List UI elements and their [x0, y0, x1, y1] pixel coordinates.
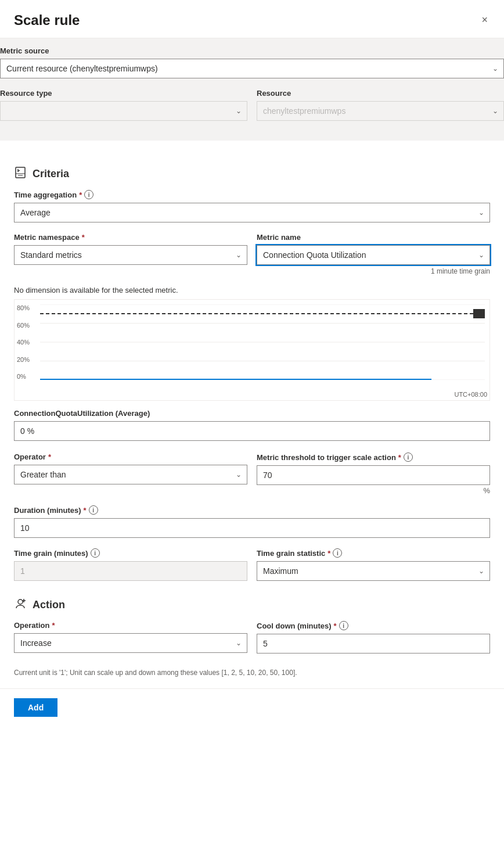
resource-select: chenyltestpremiumwps: [257, 101, 504, 121]
metric-threshold-info-icon[interactable]: i: [404, 453, 413, 462]
criteria-icon: [14, 166, 27, 182]
panel-title: Scale rule: [14, 12, 80, 28]
resource-type-field: Resource type ⌄: [0, 89, 247, 121]
svg-rect-10: [473, 309, 485, 318]
time-grain-minutes-section: Time grain (minutes) i: [14, 548, 247, 581]
panel-body: Criteria Time aggregation * i Average ⌄ …: [0, 151, 504, 688]
metric-source-select[interactable]: Current resource (chenyltestpremiumwps): [0, 59, 504, 78]
resource-row: Resource type ⌄ Resource chenyltestpremi…: [0, 89, 504, 131]
operator-required: *: [48, 453, 51, 461]
time-grain-statistic-section: Time grain statistic * i Maximum ⌄: [257, 548, 490, 581]
chart-y-80: 80%: [17, 304, 38, 311]
operation-select[interactable]: Increase: [14, 633, 247, 653]
operation-select-wrapper: Increase ⌄: [14, 633, 247, 653]
metric-namespace-select-wrapper: Standard metrics ⌄: [14, 245, 247, 265]
time-grain-text: 1 minute time grain: [257, 267, 490, 275]
time-grain-statistic-info-icon[interactable]: i: [333, 548, 342, 558]
metric-namespace-section: Metric namespace * Standard metrics ⌄: [14, 233, 247, 275]
duration-label: Duration (minutes) * i: [14, 505, 490, 515]
criteria-heading: Criteria: [14, 166, 490, 182]
operator-threshold-row: Operator * Greater than ⌄ Metric thresho…: [14, 453, 490, 505]
metric-source-section: Metric source Current resource (chenylte…: [0, 38, 504, 141]
operation-label: Operation *: [14, 621, 247, 630]
operator-select[interactable]: Greater than: [14, 465, 247, 484]
time-aggregation-select-wrapper: Average ⌄: [14, 203, 490, 222]
time-grain-statistic-required: *: [327, 549, 330, 558]
action-heading: Action: [14, 597, 490, 613]
cool-down-label: Cool down (minutes) * i: [257, 621, 490, 630]
duration-required: *: [84, 506, 87, 515]
operation-required: *: [52, 621, 55, 630]
metric-value-display: 0 %: [14, 421, 490, 441]
metric-threshold-required: *: [398, 453, 401, 462]
metric-threshold-section: Metric threshold to trigger scale action…: [257, 453, 490, 495]
metric-name-label: Metric name: [257, 233, 490, 242]
metric-threshold-label: Metric threshold to trigger scale action…: [257, 453, 490, 462]
metric-value-label: ConnectionQuotaUtilization (Average): [14, 409, 490, 418]
duration-input[interactable]: [14, 518, 490, 538]
chart-y-0: 0%: [17, 373, 38, 380]
action-title: Action: [33, 599, 65, 611]
metric-name-select-wrapper: Connection Quota Utilization ⌄: [257, 245, 490, 265]
chart-timezone: UTC+08:00: [454, 391, 487, 398]
resource-type-label: Resource type: [0, 89, 247, 98]
time-aggregation-label: Time aggregation * i: [14, 190, 490, 199]
operation-section: Operation * Increase ⌄: [14, 621, 247, 653]
footer-bar: Add: [0, 688, 504, 731]
action-icon: [14, 597, 27, 613]
time-grain-row: Time grain (minutes) i Time grain statis…: [14, 548, 490, 591]
no-dimension-text: No dimension is available for the select…: [14, 286, 490, 295]
chart-y-60: 60%: [17, 322, 38, 329]
cool-down-info-icon[interactable]: i: [339, 621, 348, 630]
metric-source-field: Metric source Current resource (chenylte…: [0, 46, 504, 78]
criteria-title: Criteria: [33, 168, 69, 180]
scale-rule-panel: Scale rule × Metric source Current resou…: [0, 0, 504, 731]
svg-point-11: [18, 599, 23, 604]
operator-section: Operator * Greater than ⌄: [14, 453, 247, 495]
duration-section: Duration (minutes) * i: [14, 505, 490, 538]
resource-select-wrapper: chenyltestpremiumwps ⌄: [257, 101, 504, 121]
resource-field: Resource chenyltestpremiumwps ⌄: [257, 89, 504, 121]
time-aggregation-section: Time aggregation * i Average ⌄: [14, 190, 490, 222]
chart-area: 80% 60% 40% 20% 0%: [14, 299, 490, 401]
resource-type-select-wrapper: ⌄: [0, 101, 247, 121]
time-grain-statistic-select-wrapper: Maximum ⌄: [257, 561, 490, 581]
chart-svg: [40, 304, 485, 380]
time-aggregation-info-icon[interactable]: i: [84, 190, 93, 199]
operator-select-wrapper: Greater than ⌄: [14, 465, 247, 484]
metric-namespace-required: *: [82, 233, 85, 242]
chart-y-40: 40%: [17, 339, 38, 346]
metric-threshold-suffix: %: [257, 486, 490, 495]
add-button[interactable]: Add: [14, 698, 57, 717]
time-aggregation-required: *: [79, 191, 82, 199]
metric-value-section: ConnectionQuotaUtilization (Average) 0 %: [14, 409, 490, 441]
operator-label: Operator *: [14, 453, 247, 461]
operation-cooldown-row: Operation * Increase ⌄ Cool down (minute…: [14, 621, 490, 664]
metric-name-section: Metric name Connection Quota Utilization…: [257, 233, 490, 275]
metric-source-select-wrapper: Current resource (chenyltestpremiumwps) …: [0, 59, 504, 78]
time-grain-statistic-select[interactable]: Maximum: [257, 561, 490, 581]
metric-namespace-label: Metric namespace *: [14, 233, 247, 242]
unit-info-text: Current unit is '1'; Unit can scale up a…: [14, 669, 490, 677]
panel-header: Scale rule ×: [0, 0, 504, 38]
time-grain-minutes-input: [14, 561, 247, 581]
metric-name-select[interactable]: Connection Quota Utilization: [257, 245, 490, 265]
metric-source-label: Metric source: [0, 46, 504, 55]
resource-type-select: [0, 101, 247, 121]
time-grain-statistic-label: Time grain statistic * i: [257, 548, 490, 558]
cool-down-input[interactable]: [257, 634, 490, 653]
metric-namespace-select[interactable]: Standard metrics: [14, 245, 247, 265]
close-button[interactable]: ×: [479, 12, 490, 28]
metric-namespace-row: Metric namespace * Standard metrics ⌄ Me…: [14, 233, 490, 286]
resource-label: Resource: [257, 89, 504, 98]
time-aggregation-select[interactable]: Average: [14, 203, 490, 222]
time-grain-minutes-label: Time grain (minutes) i: [14, 548, 247, 558]
duration-info-icon[interactable]: i: [89, 505, 98, 515]
time-grain-minutes-info-icon[interactable]: i: [91, 548, 100, 558]
cool-down-section: Cool down (minutes) * i: [257, 621, 490, 653]
metric-threshold-input[interactable]: [257, 465, 490, 485]
cool-down-required: *: [334, 622, 337, 630]
svg-rect-0: [16, 167, 25, 178]
chart-y-20: 20%: [17, 356, 38, 363]
